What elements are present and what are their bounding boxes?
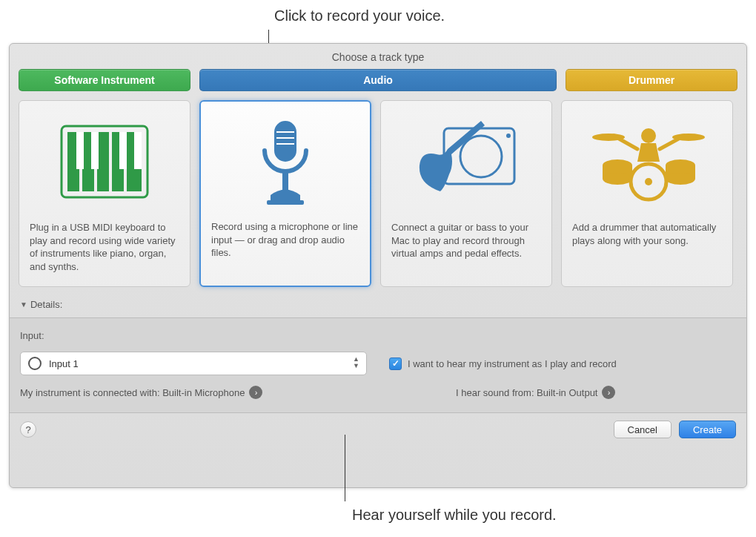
tab-software-instrument[interactable]: Software Instrument <box>19 69 190 91</box>
card-software-desc: Plug in a USB MIDI keyboard to play and … <box>30 221 179 276</box>
svg-point-29 <box>666 173 695 185</box>
disclosure-triangle-icon: ▼ <box>20 300 27 309</box>
svg-rect-10 <box>274 121 296 162</box>
svg-rect-7 <box>91 132 99 169</box>
dialog-title: Choose a track type <box>10 44 746 69</box>
monitor-label: I want to hear my instrument as I play a… <box>408 358 617 369</box>
output-status: I hear sound from: Built-in Output <box>456 387 597 398</box>
tab-audio[interactable]: Audio <box>199 69 557 91</box>
track-type-cards: Plug in a USB MIDI keyboard to play and … <box>10 91 746 296</box>
svg-point-23 <box>672 134 705 141</box>
card-audio-mic[interactable]: Record using a microphone or line input … <box>199 100 371 287</box>
drummer-icon <box>572 111 722 212</box>
chevron-up-down-icon: ▲▼ <box>353 356 359 369</box>
svg-rect-9 <box>134 132 142 169</box>
callout-bottom-line <box>345 435 345 501</box>
output-settings-button[interactable]: › <box>602 386 615 399</box>
callout-bottom-text: Hear yourself while you record. <box>352 507 557 524</box>
input-select-value: Input 1 <box>49 358 79 369</box>
svg-rect-3 <box>97 132 109 191</box>
monitor-checkbox[interactable]: ✓ <box>389 358 402 370</box>
input-label: Input: <box>20 330 367 341</box>
help-button[interactable]: ? <box>20 421 36 438</box>
chevron-right-icon: › <box>608 388 611 397</box>
choose-track-dialog: Choose a track type Software Instrument … <box>9 43 747 488</box>
callout-top-text: Click to record your voice. <box>274 7 445 24</box>
svg-rect-12 <box>267 200 304 205</box>
microphone-icon <box>211 112 359 211</box>
tab-drummer[interactable]: Drummer <box>566 69 737 91</box>
svg-point-19 <box>641 128 656 143</box>
input-mono-icon <box>28 357 42 370</box>
card-audio-mic-desc: Record using a microphone or line input … <box>211 220 359 275</box>
cancel-button[interactable]: Cancel <box>614 421 672 438</box>
chevron-right-icon: › <box>255 388 258 397</box>
details-toggle[interactable]: ▼ Details: <box>10 296 746 317</box>
svg-rect-11 <box>282 171 288 190</box>
track-type-tabs: Software Instrument Audio Drummer <box>10 69 746 91</box>
svg-point-31 <box>645 178 652 185</box>
card-audio-guitar-desc: Connect a guitar or bass to your Mac to … <box>391 221 541 276</box>
svg-point-18 <box>506 134 511 138</box>
keyboard-icon <box>30 111 179 212</box>
input-select[interactable]: Input 1 ▲▼ <box>20 352 367 375</box>
svg-point-26 <box>603 173 632 185</box>
card-drummer-desc: Add a drummer that automatically plays a… <box>572 221 722 276</box>
card-drummer[interactable]: Add a drummer that automatically plays a… <box>561 100 733 287</box>
svg-point-17 <box>460 136 502 177</box>
create-button[interactable]: Create <box>679 421 736 438</box>
input-connection-status: My instrument is connected with: Built-i… <box>20 387 245 398</box>
guitar-amp-icon <box>391 111 541 212</box>
details-label: Details: <box>30 299 62 310</box>
details-pane: Input: Input 1 ▲▼ ✓ I want to hear my in… <box>10 317 746 413</box>
svg-point-22 <box>592 134 625 141</box>
dialog-footer: ? Cancel Create <box>10 413 746 446</box>
input-connection-settings-button[interactable]: › <box>249 386 262 399</box>
svg-rect-6 <box>76 132 84 169</box>
card-audio-guitar[interactable]: Connect a guitar or bass to your Mac to … <box>380 100 552 287</box>
monitor-checkbox-row[interactable]: ✓ I want to hear my instrument as I play… <box>389 352 736 375</box>
help-icon: ? <box>25 424 30 435</box>
svg-rect-8 <box>119 132 127 169</box>
card-software-instrument[interactable]: Plug in a USB MIDI keyboard to play and … <box>19 100 190 287</box>
